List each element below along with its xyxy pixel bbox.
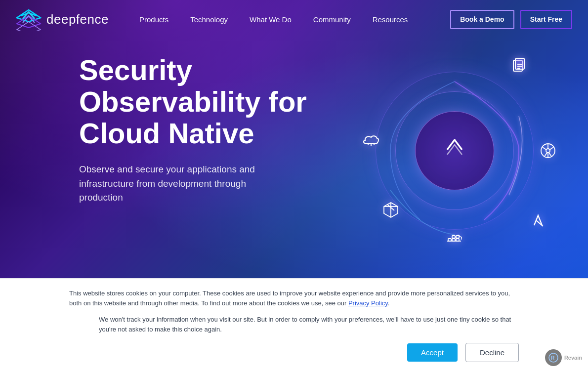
- center-logo: [437, 135, 472, 166]
- svg-marker-2: [17, 22, 41, 31]
- nav-products[interactable]: Products: [128, 15, 179, 24]
- cookie-main-text: This website stores cookies on your comp…: [69, 289, 519, 308]
- nav-resources[interactable]: Resources: [362, 15, 419, 24]
- navbar: deepfence Products Technology What We Do…: [0, 0, 588, 39]
- privacy-policy-link[interactable]: Privacy Policy: [348, 299, 388, 307]
- hero-illustration: [351, 42, 558, 259]
- nav-what-we-do[interactable]: What We Do: [239, 15, 302, 24]
- orbit-icon-kubernetes: [538, 140, 558, 161]
- svg-line-13: [545, 153, 547, 157]
- orbit-icon-docker: [444, 229, 465, 249]
- svg-rect-20: [456, 236, 459, 238]
- hero-content: Security Observability for Cloud Native …: [79, 54, 336, 205]
- orbit-icon-cloud: [361, 129, 381, 150]
- cookie-actions: Accept Decline: [69, 343, 519, 362]
- orbit-icon-lambda: [528, 209, 548, 230]
- svg-line-14: [543, 147, 546, 150]
- svg-text:R: R: [551, 355, 555, 361]
- start-free-button[interactable]: Start Free: [520, 10, 572, 29]
- hero-section: deepfence Products Technology What We Do…: [0, 0, 588, 287]
- book-demo-button[interactable]: Book a Demo: [450, 10, 514, 29]
- hero-title: Security Observability for Cloud Native: [79, 54, 336, 149]
- revain-badge: R Revain: [545, 349, 582, 366]
- revain-logo-icon: R: [545, 349, 562, 366]
- hero-subtitle: Observe and secure your applications and…: [79, 163, 267, 205]
- logo[interactable]: deepfence: [16, 9, 109, 31]
- svg-rect-19: [452, 236, 455, 238]
- decline-button[interactable]: Decline: [465, 343, 519, 362]
- cookie-banner: This website stores cookies on your comp…: [0, 278, 588, 372]
- accept-button[interactable]: Accept: [407, 343, 458, 362]
- svg-line-12: [549, 153, 551, 157]
- cookie-sub-text: We won't track your information when you…: [69, 315, 519, 334]
- nav-links: Products Technology What We Do Community…: [128, 15, 450, 24]
- nav-community[interactable]: Community: [302, 15, 362, 24]
- nav-actions: Book a Demo Start Free: [450, 10, 572, 29]
- revain-label: Revain: [564, 355, 582, 361]
- svg-line-11: [550, 147, 554, 150]
- orbit-icon-copy: [508, 56, 529, 77]
- nav-technology[interactable]: Technology: [179, 15, 239, 24]
- logo-icon: [16, 9, 42, 31]
- svg-point-9: [546, 149, 550, 153]
- brand-name: deepfence: [46, 12, 109, 27]
- orbit-icon-package: [380, 199, 401, 220]
